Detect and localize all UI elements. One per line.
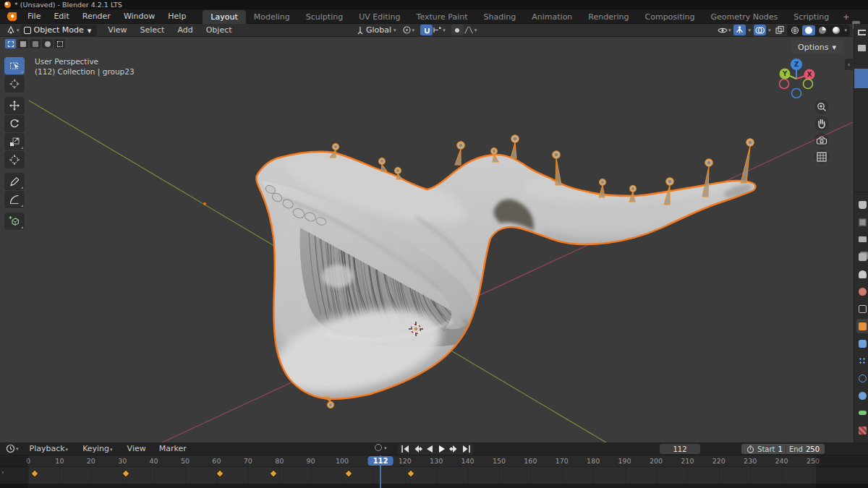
menu-select[interactable]: Select [133, 24, 171, 36]
properties-tab-particles[interactable] [856, 354, 868, 368]
jump-start-button[interactable] [399, 444, 411, 454]
tool-scale-button[interactable] [4, 133, 25, 150]
editor-type-button[interactable]: ▾ [6, 25, 21, 35]
options-button[interactable]: Options ▾ [791, 40, 844, 53]
tool-move-button[interactable] [4, 97, 25, 114]
zoom-button[interactable] [814, 99, 830, 115]
gizmo-minus-x-axis[interactable] [780, 80, 789, 89]
properties-tab-tool[interactable] [856, 197, 868, 212]
mode-selector[interactable]: Object Mode ▾ [21, 25, 98, 36]
perspective-toggle-button[interactable] [814, 149, 830, 165]
tool-cursor-button[interactable] [4, 75, 25, 93]
tab-uv-editing[interactable]: UV Editing [351, 10, 408, 24]
current-frame-field[interactable]: 112 [660, 444, 700, 454]
tab-modeling[interactable]: Modeling [246, 10, 298, 24]
outliner-filter-icon[interactable] [857, 27, 867, 37]
tab-geometry-nodes[interactable]: Geometry Nodes [702, 10, 786, 24]
outliner-collection-icon[interactable] [857, 43, 867, 53]
timeline-editor-type-button[interactable]: ▾ [6, 444, 20, 453]
keyframe-diamond[interactable] [30, 469, 38, 477]
select-intersect-button[interactable] [54, 39, 65, 48]
camera-view-button[interactable] [814, 132, 830, 148]
select-extend-button[interactable] [17, 39, 28, 48]
tab-texture-paint[interactable]: Texture Paint [409, 10, 476, 24]
tool-measure-button[interactable] [4, 191, 25, 208]
pivot-dropdown[interactable]: ▾ [402, 25, 417, 35]
jump-end-button[interactable] [461, 444, 472, 454]
properties-tab-physics[interactable] [856, 371, 868, 385]
properties-tab-output[interactable] [856, 232, 868, 247]
snap-target-dropdown[interactable]: ▾ [433, 25, 447, 35]
shading-wireframe-button[interactable] [788, 25, 801, 35]
tab-layout[interactable]: Layout [203, 10, 245, 24]
prev-keyframe-button[interactable] [412, 444, 423, 454]
properties-tab-view-layer[interactable] [856, 249, 868, 264]
gizmos-toggle[interactable] [733, 25, 746, 35]
proportional-edit-toggle[interactable] [451, 25, 464, 35]
auto-keying-toggle[interactable]: ▾ [375, 444, 388, 451]
select-invert-button[interactable] [42, 39, 53, 48]
tab-animation[interactable]: Animation [524, 10, 580, 24]
properties-tab-render[interactable] [856, 215, 868, 229]
tool-rotate-button[interactable] [4, 115, 25, 132]
navigation-gizmo[interactable]: Z Y X [770, 53, 822, 105]
shading-rendered-button[interactable] [830, 25, 843, 35]
tab-sculpting[interactable]: Sculpting [298, 10, 351, 24]
menu-file[interactable]: File [21, 10, 47, 22]
tool-select-box-button[interactable] [4, 57, 25, 74]
menu-view[interactable]: View [101, 24, 133, 36]
sidebar-collapse-arrow[interactable]: ‹ [845, 59, 853, 70]
properties-tab-object[interactable] [856, 319, 868, 333]
properties-tab-modifiers[interactable] [856, 336, 868, 351]
properties-tab-constraints[interactable] [856, 388, 868, 403]
menu-playback[interactable]: Playback▾ [23, 442, 77, 455]
current-frame-badge[interactable]: 112 [368, 456, 393, 466]
tool-annotate-button[interactable] [4, 173, 25, 190]
shading-solid-button[interactable] [802, 25, 815, 35]
snap-toggle[interactable] [420, 25, 433, 35]
menu-edit[interactable]: Edit [47, 10, 75, 22]
menu-keying[interactable]: Keying▾ [76, 442, 120, 455]
tab-rendering[interactable]: Rendering [580, 10, 637, 24]
chevron-down-icon[interactable]: ▾ [768, 27, 771, 33]
gizmo-minus-y-axis[interactable] [804, 80, 813, 89]
overlays-toggle[interactable] [754, 25, 766, 35]
menu-window[interactable]: Window [117, 10, 161, 22]
pan-hand-button[interactable] [814, 116, 830, 132]
gizmo-minus-z-axis[interactable] [792, 89, 801, 98]
visibility-dropdown[interactable]: ▾ [718, 25, 733, 35]
play-button[interactable] [436, 444, 448, 454]
menu-add[interactable]: Add [171, 24, 199, 36]
tab-compositing[interactable]: Compositing [637, 10, 703, 24]
timeline-channels[interactable] [0, 467, 868, 484]
orientation-dropdown[interactable]: Global ▾ [356, 25, 398, 35]
select-subtract-button[interactable] [30, 39, 41, 48]
menu-view[interactable]: View [121, 442, 153, 455]
select-set-button[interactable] [5, 39, 16, 48]
tab-scripting[interactable]: Scripting [786, 10, 837, 24]
properties-tab-scene[interactable] [856, 267, 868, 281]
menu-render[interactable]: Render [76, 10, 117, 22]
menu-help[interactable]: Help [161, 10, 192, 22]
menu-marker[interactable]: Marker [153, 442, 193, 455]
blender-menu-icon[interactable] [6, 12, 17, 21]
shading-material-button[interactable] [816, 25, 829, 35]
tool-transform-button[interactable] [4, 151, 25, 168]
properties-tab-world[interactable] [856, 284, 868, 299]
viewport-canvas[interactable]: User Perspective (112) Collection | grou… [0, 37, 853, 442]
chevron-down-icon[interactable]: ▾ [748, 27, 751, 33]
proportional-falloff-dropdown[interactable]: ▾ [464, 25, 479, 35]
xray-toggle[interactable] [773, 25, 786, 35]
menu-object[interactable]: Object [200, 24, 239, 36]
properties-tab-data[interactable] [856, 406, 868, 420]
chevron-down-icon[interactable]: ▾ [844, 27, 847, 33]
outliner-selected-row[interactable] [854, 69, 868, 88]
properties-tab-material[interactable] [856, 423, 868, 437]
tool-add-cube-button[interactable] [4, 213, 25, 230]
play-reverse-button[interactable] [424, 444, 435, 454]
properties-tab-collection[interactable] [856, 301, 868, 316]
keyframe-diamond[interactable] [344, 469, 352, 477]
timeline-ruler[interactable]: 0102030405060708090100110120130140150160… [0, 455, 868, 467]
next-keyframe-button[interactable] [448, 444, 460, 454]
tab-shading[interactable]: Shading [476, 10, 524, 24]
